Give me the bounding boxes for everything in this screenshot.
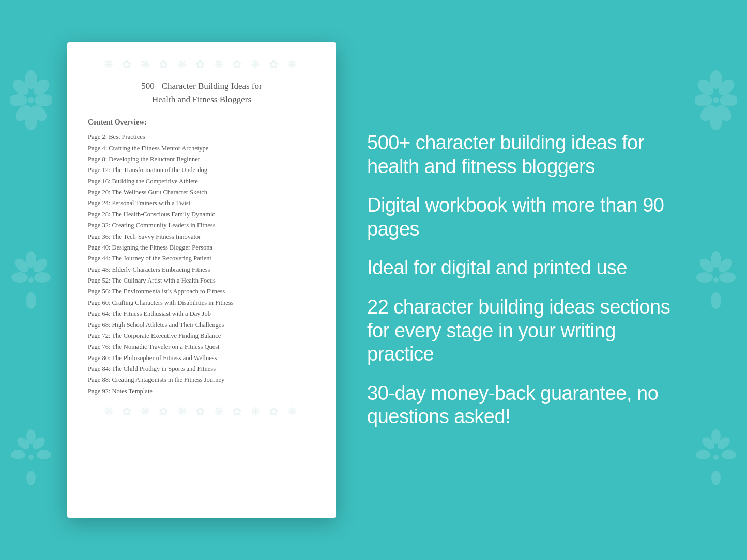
- svg-point-22: [28, 455, 34, 460]
- feature-5: 30-day money-back guarantee, no question…: [367, 382, 680, 429]
- doc-decoration-top: ❋ ✿ ❋ ✿ ❋ ✿ ❋ ✿ ❋ ✿ ❋: [88, 58, 315, 71]
- svg-point-14: [11, 272, 28, 283]
- feature-1: 500+ character building ideas for health…: [367, 131, 680, 178]
- toc-item: Page 88: Creating Antagonists in the Fit…: [88, 375, 315, 385]
- feature-3: Ideal for digital and printed use: [367, 256, 680, 280]
- toc-item: Page 84: The Child Prodigy in Sports and…: [88, 364, 315, 375]
- svg-point-41: [722, 450, 736, 459]
- svg-point-15: [28, 277, 34, 283]
- toc-item: Page 24: Personal Trainers with a Twist: [88, 198, 315, 209]
- feature-2: Digital workbook with more than 90 pages: [367, 194, 680, 241]
- toc-item: Page 52: The Culinary Artist with a Heal…: [88, 275, 315, 286]
- svg-point-37: [696, 272, 713, 283]
- toc-item: Page 16: Building the Competitive Athlet…: [88, 176, 315, 187]
- toc-item: Page 60: Crafting Characters with Disabi…: [88, 298, 315, 308]
- toc-item: Page 76: The Nomadic Traveler on a Fitne…: [88, 341, 315, 352]
- toc-item: Page 4: Crafting the Fitness Mentor Arch…: [88, 143, 315, 153]
- toc-item: Page 40: Designing the Fitness Blogger P…: [88, 242, 315, 253]
- toc-item: Page 68: High School Athletes and Their …: [88, 319, 315, 330]
- feature-4: 22 character building ideas sections for…: [367, 295, 680, 366]
- content-overview-label: Content Overview:: [88, 118, 315, 127]
- toc-item: Page 12: The Transformation of the Under…: [88, 165, 315, 176]
- svg-point-38: [713, 277, 719, 283]
- toc-item: Page 48: Elderly Characters Embracing Fi…: [88, 265, 315, 275]
- toc-item: Page 32: Creating Community Leaders in F…: [88, 220, 315, 231]
- svg-point-31: [713, 97, 719, 103]
- right-features: 500+ character building ideas for health…: [367, 121, 680, 439]
- toc-item: Page 72: The Corporate Executive Finding…: [88, 331, 315, 341]
- toc-item: Page 2: Best Practices: [88, 132, 315, 143]
- svg-point-19: [26, 471, 36, 485]
- floral-decoration-right: [685, 0, 747, 560]
- toc-item: Page 64: The Fitness Enthusiast with a D…: [88, 308, 315, 319]
- doc-decoration-bottom: ❋ ✿ ❋ ✿ ❋ ✿ ❋ ✿ ❋ ✿ ❋: [88, 405, 315, 418]
- svg-point-35: [711, 292, 721, 309]
- toc-item: Page 92: Notes Template: [88, 386, 315, 397]
- main-content: ❋ ✿ ❋ ✿ ❋ ✿ ❋ ✿ ❋ ✿ ❋ 500+ Character Bui…: [0, 0, 747, 560]
- svg-point-42: [711, 471, 721, 485]
- floral-decoration-left: [0, 0, 62, 560]
- table-of-contents: Page 2: Best PracticesPage 4: Crafting t…: [88, 132, 315, 397]
- svg-point-45: [713, 455, 719, 460]
- svg-point-6: [10, 94, 27, 106]
- toc-item: Page 20: The Wellness Guru Character Ske…: [88, 187, 315, 198]
- svg-point-21: [11, 450, 25, 459]
- document-title: 500+ Character Building Ideas for Health…: [88, 80, 315, 106]
- toc-item: Page 36: The Tech-Savvy Fitness Innovato…: [88, 231, 315, 242]
- toc-item: Page 80: The Philosopher of Fitness and …: [88, 353, 315, 364]
- svg-point-2: [35, 94, 52, 106]
- toc-item: Page 28: The Health-Conscious Family Dyn…: [88, 209, 315, 220]
- svg-point-29: [695, 94, 712, 106]
- svg-point-11: [34, 272, 51, 283]
- toc-item: Page 44: The Journey of the Recovering P…: [88, 253, 315, 264]
- svg-point-34: [719, 272, 736, 283]
- svg-point-25: [720, 94, 737, 106]
- svg-point-12: [26, 292, 36, 309]
- toc-item: Page 56: The Environmentalist's Approach…: [88, 286, 315, 297]
- svg-point-18: [37, 450, 51, 459]
- toc-item: Page 8: Developing the Reluctant Beginne…: [88, 154, 315, 165]
- svg-point-44: [696, 450, 710, 459]
- svg-point-8: [28, 97, 34, 103]
- document-preview: ❋ ✿ ❋ ✿ ❋ ✿ ❋ ✿ ❋ ✿ ❋ 500+ Character Bui…: [67, 42, 336, 518]
